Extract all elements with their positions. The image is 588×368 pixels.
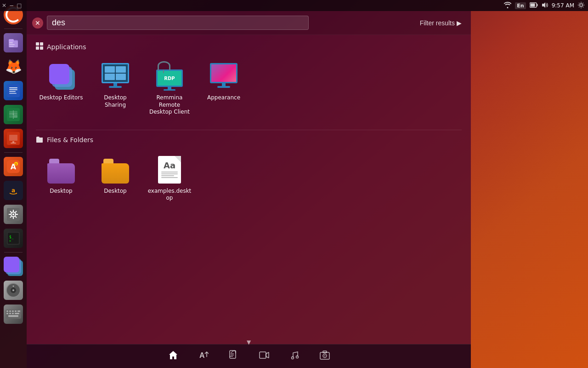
svg-rect-20 — [14, 111, 17, 114]
launcher-item-layers[interactable] — [2, 255, 24, 277]
launcher-item-libreoffice-writer[interactable] — [2, 80, 24, 102]
volume-icon — [542, 2, 548, 10]
results-area: Applications Desktop Editors — [27, 35, 471, 344]
svg-marker-65 — [266, 352, 269, 358]
firefox-icon: 🦊 — [4, 57, 23, 76]
launcher-item-software-center[interactable]: A $ — [2, 155, 24, 178]
launcher-item-libreoffice-calc[interactable] — [2, 104, 24, 126]
window-minimize-icon[interactable]: − — [9, 2, 14, 9]
files-grid: Desktop Desktop Aa — [36, 150, 462, 207]
filter-bar: ▼ A — [27, 344, 471, 368]
svg-text:a: a — [11, 187, 15, 194]
music-filter-icon — [289, 350, 300, 362]
topbar-left: ✕ − □ — [0, 2, 22, 9]
topbar-right: En 9:57 AM — [504, 2, 584, 10]
libreoffice-impress-icon — [4, 129, 23, 148]
launcher-item-firefox[interactable]: 🦊 — [2, 56, 24, 78]
applications-header-icon — [36, 42, 43, 51]
system-menu-icon[interactable] — [578, 2, 584, 10]
filter-apps-button[interactable]: A — [195, 347, 212, 365]
topbar: ✕ − □ En 9:57 AM — [0, 0, 588, 11]
search-panel: ✕ Filter results ▶ Applications — [27, 11, 471, 368]
applications-section-header: Applications — [36, 42, 462, 51]
svg-rect-15 — [9, 93, 17, 94]
filter-video-button[interactable] — [255, 347, 273, 365]
app-item-desktop-sharing[interactable]: Desktop Sharing — [90, 57, 141, 121]
desktop-folder-purple-label: Desktop — [50, 188, 73, 195]
svg-rect-57 — [40, 42, 43, 46]
appearance-label: Appearance — [207, 94, 240, 102]
window-maximize-icon[interactable]: □ — [17, 2, 22, 9]
file-item-desktop-orange[interactable]: Desktop — [90, 150, 141, 207]
svg-rect-53 — [12, 313, 14, 314]
filter-chevron-icon: ▶ — [457, 19, 462, 27]
examples-desktop-label: examples.desktop — [147, 188, 192, 202]
file-item-examples-desktop[interactable]: Aa examples.desktop — [144, 150, 195, 207]
file-item-desktop-purple[interactable]: Desktop — [36, 150, 86, 207]
launcher-item-terminal[interactable]: $_ > — [2, 227, 24, 249]
svg-rect-64 — [260, 352, 266, 358]
svg-point-43 — [12, 289, 14, 291]
svg-point-35 — [12, 213, 14, 215]
launcher-item-keyboard[interactable] — [2, 303, 24, 325]
search-close-button[interactable]: ✕ — [32, 17, 43, 29]
svg-rect-54 — [15, 313, 19, 314]
svg-rect-24 — [9, 135, 17, 141]
svg-rect-21 — [9, 115, 13, 118]
desktop-sharing-icon — [101, 61, 130, 91]
window-close-icon[interactable]: ✕ — [2, 2, 6, 9]
svg-rect-11 — [7, 84, 20, 97]
app-item-desktop-editors[interactable]: Desktop Editors — [36, 57, 86, 121]
app-item-appearance[interactable]: Appearance — [198, 57, 249, 121]
filter-results-button[interactable]: Filter results ▶ — [416, 17, 465, 29]
launcher-item-disk[interactable] — [2, 279, 24, 301]
launcher-item-files[interactable] — [2, 32, 24, 54]
svg-rect-7 — [9, 39, 14, 42]
clock: 9:57 AM — [552, 2, 574, 9]
filter-home-button[interactable] — [164, 347, 182, 365]
launcher-separator-1 — [4, 29, 23, 29]
system-settings-icon — [4, 205, 23, 224]
battery-icon — [530, 2, 538, 9]
launcher-item-libreoffice-impress[interactable] — [2, 127, 24, 150]
svg-rect-49 — [15, 310, 17, 312]
terminal-icon: $_ > — [4, 229, 23, 248]
svg-rect-48 — [12, 310, 14, 312]
svg-text:$_: $_ — [9, 235, 14, 239]
launcher-item-amazon[interactable]: a — [2, 179, 24, 201]
svg-rect-2 — [530, 3, 535, 6]
section-separator — [36, 130, 462, 130]
desktop-editors-label: Desktop Editors — [39, 94, 83, 102]
desktop-folder-orange-icon — [101, 155, 130, 184]
launcher-item-system-settings[interactable] — [2, 203, 24, 225]
filter-photo-button[interactable] — [316, 347, 334, 365]
svg-point-67 — [296, 356, 298, 358]
search-input[interactable] — [47, 16, 309, 30]
files-filter-icon — [229, 350, 239, 362]
keyboard-layout-indicator[interactable]: En — [515, 2, 526, 9]
remmina-icon: RDP — [155, 61, 184, 91]
svg-rect-61 — [230, 351, 236, 358]
amazon-icon: a — [4, 181, 23, 200]
svg-point-4 — [580, 4, 582, 6]
photo-filter-icon — [320, 350, 330, 362]
libreoffice-writer-icon — [4, 81, 23, 100]
svg-rect-70 — [323, 351, 327, 353]
appearance-icon — [209, 61, 238, 91]
apps-filter-icon: A — [198, 350, 209, 362]
desktop-folder-purple-icon — [46, 155, 76, 184]
layers-icon — [4, 257, 23, 276]
filter-collapse-icon[interactable]: ▼ — [247, 339, 251, 345]
svg-rect-14 — [9, 91, 16, 92]
files-icon — [4, 33, 23, 52]
svg-rect-10 — [9, 46, 14, 47]
svg-rect-51 — [6, 313, 8, 314]
video-filter-icon — [259, 350, 269, 362]
svg-rect-59 — [40, 46, 43, 50]
filter-results-label: Filter results — [420, 19, 455, 27]
filter-files-button[interactable] — [225, 347, 243, 365]
files-section-header: Files & Folders — [36, 136, 462, 144]
app-item-remmina[interactable]: RDP Remmina Remote Desktop Client — [144, 57, 195, 121]
svg-text:>: > — [9, 239, 11, 243]
filter-music-button[interactable] — [286, 347, 303, 365]
